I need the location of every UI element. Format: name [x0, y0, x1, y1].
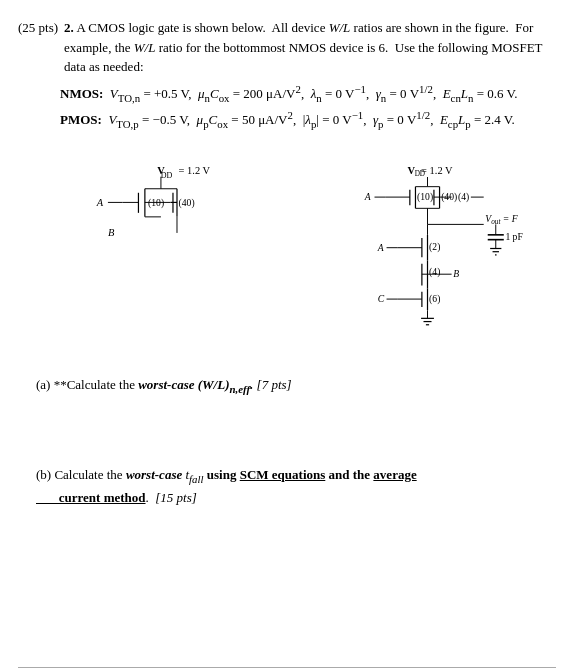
svg-text:A: A: [377, 242, 384, 253]
vdd-value: = 1.2 V: [179, 165, 211, 176]
svg-text:(6): (6): [429, 293, 440, 305]
svg-text:(10): (10): [417, 190, 433, 202]
part-b-text: (b) Calculate the worst-case tfall using…: [36, 467, 417, 505]
node-a-top: A: [96, 197, 104, 208]
svg-text:(4): (4): [429, 266, 440, 278]
part-b: (b) Calculate the worst-case tfall using…: [36, 465, 556, 509]
problem-text: 2. A CMOS logic gate is shown below. All…: [64, 18, 556, 77]
svg-text:= 1.2 V: = 1.2 V: [421, 165, 453, 176]
circuit-main-svg: V DD = 1.2 V (10) A: [291, 143, 556, 358]
part-a-answer-space: [18, 402, 556, 457]
part-b-worst: worst-case: [126, 467, 182, 482]
part-b-scm: SCM equations: [240, 467, 326, 482]
svg-text:A: A: [364, 191, 371, 202]
svg-text:(4): (4): [458, 190, 469, 202]
part-b-pts: [15 pts]: [155, 490, 197, 505]
part-a-bold: worst-case (W/L)n,eff.: [138, 377, 253, 392]
problem-number: (25 pts): [18, 18, 58, 77]
ratio-40: (40): [179, 197, 195, 209]
device-params: NMOS: VTO,n = +0.5 V, μnCox = 200 μA/V2,…: [60, 81, 556, 133]
problem-header: (25 pts) 2. A CMOS logic gate is shown b…: [18, 18, 556, 77]
svg-text:(2): (2): [429, 241, 440, 253]
svg-text:C: C: [378, 293, 385, 304]
part-a-label: (a) **Calculate the worst-case (W/L)n,ef…: [36, 377, 292, 392]
section-divider: [18, 667, 556, 668]
vdd-sub: DD: [161, 170, 173, 179]
svg-text:(40): (40): [441, 190, 457, 202]
svg-text:Vout = F: Vout = F: [485, 213, 517, 226]
part-b-using: using SCM equations and the average curr…: [36, 467, 417, 505]
svg-text:1 pF: 1 pF: [505, 231, 522, 242]
part-a: (a) **Calculate the worst-case (W/L)n,ef…: [36, 375, 556, 398]
part-b-avg-current: average current method: [36, 467, 417, 505]
node-b-top: B: [108, 227, 115, 238]
part-b-answer-space: [18, 513, 556, 653]
nmos-params: NMOS: VTO,n = +0.5 V, μnCox = 200 μA/V2,…: [60, 81, 556, 107]
circuit-diagram: V DD = 1.2 V A (10): [18, 143, 556, 363]
pmos-label: PMOS:: [60, 112, 102, 127]
svg-text:B: B: [453, 268, 459, 279]
nmos-label: NMOS:: [60, 86, 103, 101]
problem-wrapper: (25 pts) 2. A CMOS logic gate is shown b…: [18, 18, 556, 668]
circuit-svg: V DD = 1.2 V A (10): [18, 143, 291, 363]
part-a-pts: [7 pts]: [257, 377, 292, 392]
pmos-params: PMOS: VTO,p = −0.5 V, μpCox = 50 μA/V2, …: [60, 107, 556, 133]
problem-num-label: 2.: [64, 20, 74, 35]
